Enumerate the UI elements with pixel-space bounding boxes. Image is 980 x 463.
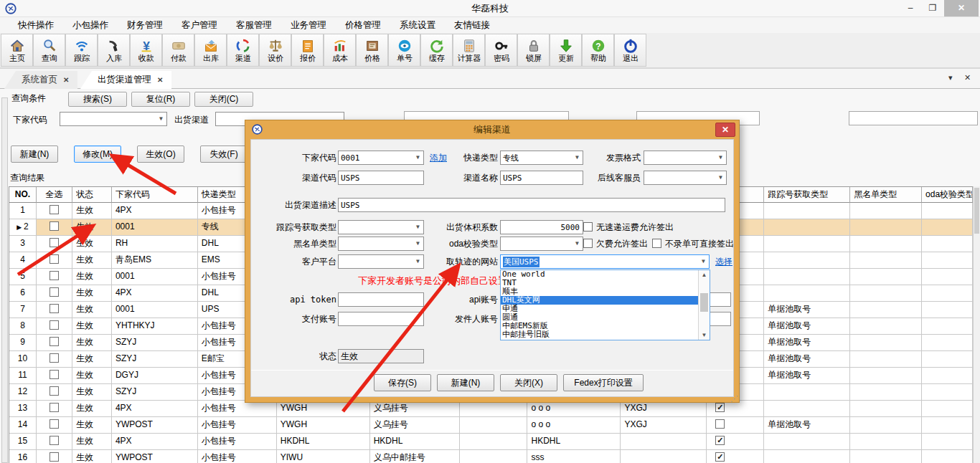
tab-channel-management[interactable]: 出货渠道管理✕: [80, 71, 171, 89]
toolbar-down-arrow-button[interactable]: 更新: [550, 34, 582, 67]
dialog-close-button[interactable]: ✕: [715, 123, 735, 137]
tab-close-icon[interactable]: ✕: [157, 76, 163, 84]
dropdown-scrollbar[interactable]: ▲ ▼: [698, 270, 710, 340]
table-row[interactable]: 15生效4PX小包挂号HKDHLHKDHLHKDHL✓: [9, 434, 973, 450]
scroll-down-icon[interactable]: ▼: [699, 330, 710, 340]
menu-item-9[interactable]: 友情链接: [445, 17, 499, 33]
table-row[interactable]: 13生效4PX小包挂号YWGH义乌挂号o o oYXGJ✓: [9, 401, 973, 417]
tab-system-home[interactable]: 系统首页✕: [4, 71, 77, 89]
minimize-button[interactable]: –: [900, 0, 920, 16]
channel-desc-input[interactable]: USPS: [338, 198, 725, 212]
reset-button[interactable]: 复位(R): [131, 92, 190, 107]
row-checkbox[interactable]: [50, 221, 59, 231]
row-checkbox[interactable]: [50, 205, 59, 214]
choose-link[interactable]: 选择: [715, 254, 732, 269]
dropdown-option[interactable]: DHL英文网: [501, 296, 698, 305]
row-checkbox[interactable]: [50, 254, 59, 264]
track-site-combo[interactable]: 美国USPS▼: [500, 254, 710, 269]
dropdown-option[interactable]: 中邮挂号旧版: [501, 330, 698, 339]
arrears-checkbox[interactable]: [583, 239, 593, 248]
row-checkbox[interactable]: [50, 370, 59, 379]
row-checkbox[interactable]: ✓: [715, 403, 725, 412]
toolbar-search-button[interactable]: 查询: [33, 34, 65, 67]
volume-factor-input[interactable]: 5000: [500, 220, 583, 234]
menu-item-3[interactable]: 财务管理: [118, 17, 172, 33]
row-checkbox[interactable]: [715, 419, 725, 429]
close-button[interactable]: 关闭(C): [194, 92, 253, 107]
toolbar-chart-button[interactable]: 成本: [324, 34, 356, 67]
tab-strip-close-icon[interactable]: ✕: [964, 73, 971, 82]
scroll-up-icon[interactable]: ▲: [699, 270, 710, 280]
toolbar-yen-button[interactable]: ¥收款: [130, 34, 162, 67]
row-checkbox[interactable]: [50, 287, 59, 297]
oda-type-combo[interactable]: ▼: [500, 237, 583, 251]
query-field-partial[interactable]: [849, 111, 978, 125]
toolbar-home-button[interactable]: 主页: [1, 34, 33, 67]
blacklist-type-combo[interactable]: ▼: [338, 237, 424, 251]
downstream-code-filter-combo[interactable]: ▼: [60, 112, 167, 126]
backline-cs-combo[interactable]: ▼: [644, 171, 727, 185]
table-vertical-scrollbar[interactable]: [973, 186, 980, 463]
row-checkbox[interactable]: [50, 436, 59, 445]
channel-code-input[interactable]: USPS: [338, 171, 424, 185]
row-checkbox[interactable]: [50, 353, 59, 363]
toolbar-board-button[interactable]: 价格: [356, 34, 388, 67]
dialog-save-button[interactable]: 保存(S): [374, 374, 431, 391]
row-checkbox[interactable]: [50, 337, 59, 346]
scrollbar-thumb[interactable]: [974, 188, 979, 234]
toolbar-refresh-button[interactable]: 缓存: [420, 34, 453, 67]
menu-item-2[interactable]: 小包操作: [63, 17, 118, 33]
menu-item-4[interactable]: 客户管理: [172, 17, 227, 33]
toolbar-power-button[interactable]: 退出: [614, 34, 646, 67]
menu-item-8[interactable]: 系统设置: [390, 17, 445, 33]
action-disable-button[interactable]: 失效(F): [200, 145, 248, 163]
tracking-type-combo[interactable]: ▼: [338, 220, 424, 234]
toolbar-money-button[interactable]: 付款: [162, 34, 194, 67]
toolbar-scanner-button[interactable]: 入库: [98, 34, 130, 67]
table-row[interactable]: 16生效YWPOST小包挂号YIWU义乌中邮挂号sss✓: [9, 450, 973, 463]
tab-overflow-icon[interactable]: ▾: [948, 73, 953, 82]
row-checkbox[interactable]: ✓: [715, 452, 725, 462]
action-enable-button[interactable]: 生效(O): [137, 145, 184, 163]
close-button[interactable]: ✕: [944, 0, 979, 16]
dropdown-option[interactable]: 申通: [501, 305, 698, 313]
menu-item-7[interactable]: 价格管理: [336, 17, 390, 33]
toolbar-notepad-button[interactable]: 报价: [291, 34, 324, 67]
row-checkbox[interactable]: [50, 403, 59, 412]
dropdown-option[interactable]: TNT: [501, 279, 698, 287]
search-button[interactable]: 搜索(S): [68, 92, 127, 107]
menu-item-6[interactable]: 业务管理: [281, 17, 336, 33]
row-checkbox[interactable]: [50, 419, 59, 429]
dropdown-option[interactable]: One world: [501, 270, 698, 279]
row-checkbox[interactable]: ✓: [715, 436, 725, 445]
action-modify-button[interactable]: 修改(M): [74, 145, 121, 163]
no-entry-checkbox[interactable]: [652, 239, 661, 248]
client-platform-combo[interactable]: ▼: [338, 254, 424, 269]
toolbar-lock-button[interactable]: 锁屏: [517, 34, 550, 67]
toolbar-calculator-button[interactable]: 计算器: [453, 34, 485, 67]
toolbar-mail-button[interactable]: 出库: [194, 34, 227, 67]
resize-grip[interactable]: ⋰: [730, 394, 738, 404]
restore-button[interactable]: ❐: [923, 0, 943, 16]
downstream-code-combo[interactable]: 0001▼: [338, 151, 424, 165]
pay-account-input[interactable]: [338, 312, 424, 326]
toolbar-scales-button[interactable]: 设价: [259, 34, 291, 67]
api-token-input[interactable]: [338, 292, 424, 307]
toolbar-cycle-button[interactable]: 渠道: [227, 34, 259, 67]
menu-item-1[interactable]: 快件操作: [9, 17, 63, 33]
toolbar-help-button[interactable]: ?帮助: [582, 34, 614, 67]
toolbar-key-button[interactable]: 密码: [485, 34, 517, 67]
action-new-button[interactable]: 新建(N): [11, 145, 58, 163]
table-row[interactable]: 14生效YWPOST小包挂号YWGH义乌挂号o o oYXGJ单据池取号: [9, 417, 973, 434]
row-checkbox[interactable]: [50, 304, 59, 313]
no-express-fee-checkbox[interactable]: [583, 222, 593, 231]
row-checkbox[interactable]: [50, 452, 59, 462]
row-checkbox[interactable]: [50, 320, 59, 330]
dropdown-scrollbar-thumb[interactable]: [700, 293, 708, 312]
dialog-close-button[interactable]: 关闭(X): [500, 374, 557, 391]
toolbar-wifi-button[interactable]: 跟踪: [65, 34, 98, 67]
row-checkbox[interactable]: [50, 238, 59, 247]
menu-item-5[interactable]: 客服管理: [227, 17, 281, 33]
tab-close-icon[interactable]: ✕: [63, 76, 69, 84]
dialog-fedex-print-button[interactable]: Fedex打印设置: [563, 374, 644, 391]
